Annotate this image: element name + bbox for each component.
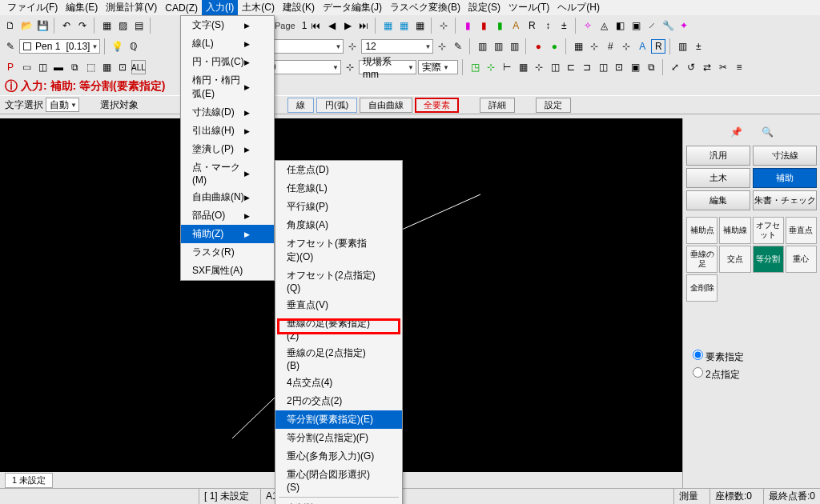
s9-icon[interactable]: ◫ (596, 60, 610, 74)
t2-icon[interactable]: ↺ (684, 60, 698, 74)
filter-all[interactable]: 全要素 (415, 98, 459, 113)
menu-item[interactable]: 自由曲線(N)▶ (181, 188, 274, 206)
gr5-icon[interactable]: ⟋ (645, 18, 659, 33)
redo-icon[interactable]: ↷ (75, 18, 90, 33)
filter-detail[interactable]: 詳細 (480, 98, 515, 113)
submenu-item[interactable]: 垂直点(V) (275, 296, 402, 314)
al2-icon[interactable]: ▥ (491, 39, 505, 54)
s4-icon[interactable]: ▦ (516, 60, 530, 74)
gr7-icon[interactable]: ✦ (677, 18, 691, 33)
side-tool[interactable]: 補助線 (719, 217, 750, 244)
filter-line[interactable]: 線 (287, 98, 314, 113)
r6-icon[interactable]: ▦ (99, 60, 114, 74)
cx-icon[interactable]: ⊹ (343, 60, 357, 74)
save-icon[interactable]: 💾 (35, 18, 50, 33)
tool-a-icon[interactable]: ▦ (99, 18, 114, 33)
t3-icon[interactable]: ⇄ (700, 60, 714, 74)
side-tab[interactable]: 寸法線 (753, 146, 817, 166)
input-dropdown[interactable]: 文字(S)▶線(L)▶円・円弧(C)▶楕円・楕円弧(E)▶寸法線(D)▶引出線(… (180, 15, 275, 281)
menu-item[interactable]: 円・円弧(C)▶ (181, 53, 274, 71)
submenu-item[interactable]: 平行線(P) (275, 198, 402, 216)
submenu-item[interactable]: 垂線の足(要素指定)(Z) (275, 314, 402, 344)
submenu-item[interactable]: 重心(閉合図形選択)(S) (275, 466, 402, 495)
s3-icon[interactable]: ⊢ (500, 60, 514, 74)
menu-item[interactable]: 部品(O)▶ (181, 206, 274, 225)
s5-icon[interactable]: ⊹ (532, 60, 546, 74)
filter-set[interactable]: 設定 (536, 98, 571, 113)
menu-item[interactable]: 寸法線(D)▶ (181, 103, 274, 122)
submenu-item[interactable]: 等分割(2点指定)(F) (275, 429, 402, 447)
layer3-icon[interactable]: ▦ (412, 18, 427, 33)
menu-item[interactable]: 補助(Z)▶ (181, 225, 274, 243)
g3-icon[interactable]: # (603, 39, 617, 54)
menu-rasvec[interactable]: ラスベク変換(B) (386, 0, 464, 16)
magnify-icon[interactable]: 🔍 (762, 126, 774, 138)
menu-input[interactable]: 入力(I) (202, 0, 238, 16)
x1-icon[interactable]: ⊹ (345, 39, 360, 54)
s8-icon[interactable]: ⊐ (580, 60, 594, 74)
menu-tool[interactable]: ツール(T) (504, 0, 553, 16)
m1-icon[interactable]: ▥ (675, 39, 689, 54)
al3-icon[interactable]: ▥ (507, 39, 521, 54)
open-icon[interactable]: 📂 (19, 18, 34, 33)
tool-c-icon[interactable]: ▤ (131, 18, 146, 33)
side-tool[interactable]: 垂線の足 (686, 246, 718, 273)
menu-settings[interactable]: 設定(S) (464, 0, 504, 16)
submenu-item[interactable]: 任意線(L) (275, 179, 402, 198)
side-tab[interactable]: 朱書・チェック (753, 190, 817, 210)
submenu-item[interactable]: 角度線(A) (275, 216, 402, 234)
submenu-item[interactable]: 全削除(R) (275, 499, 402, 504)
side-tool[interactable]: 重心 (786, 246, 817, 273)
radio-element[interactable]: 要素指定 (693, 350, 817, 364)
bulb-icon[interactable]: 💡 (110, 39, 124, 54)
submenu-item[interactable]: オフセット(2点指定)(Q) (275, 266, 402, 296)
menu-item[interactable]: 点・マーク(M)▶ (181, 158, 274, 188)
side-tool[interactable]: 全削除 (686, 274, 718, 302)
radio-2points[interactable]: 2点指定 (693, 367, 817, 382)
fmt1-icon[interactable]: ▮ (460, 18, 475, 33)
menu-item[interactable]: 塗潰し(P)▶ (181, 140, 274, 158)
fmt5-icon[interactable]: R (525, 18, 539, 33)
last-icon[interactable]: ⏭ (356, 18, 371, 33)
gr6-icon[interactable]: 🔧 (661, 18, 675, 33)
gr4-icon[interactable]: ▣ (629, 18, 643, 33)
q-icon[interactable]: ℚ (126, 39, 140, 54)
submenu-item[interactable]: 等分割(要素指定)(E) (275, 410, 402, 429)
all-icon[interactable]: ALL (131, 60, 146, 74)
side-tab[interactable]: 補助 (753, 168, 817, 188)
undo-icon[interactable]: ↶ (59, 18, 74, 33)
coord-combo[interactable]: 現場系mm ▼ (359, 60, 416, 74)
g2-icon[interactable]: ⊹ (587, 39, 601, 54)
menu-file[interactable]: ファイル(F) (3, 0, 62, 16)
new-icon[interactable]: 🗋 (3, 18, 18, 33)
gr1-icon[interactable]: ✧ (581, 18, 595, 33)
menu-cad[interactable]: CAD(Z) (161, 1, 202, 15)
fmt7-icon[interactable]: ± (557, 18, 571, 33)
pin-icon[interactable]: 📌 (730, 126, 742, 138)
g6-icon[interactable]: R (651, 39, 665, 54)
s6-icon[interactable]: ◫ (548, 60, 562, 74)
r4-icon[interactable]: ⧉ (67, 60, 82, 74)
t1-icon[interactable]: ⤢ (668, 60, 682, 74)
auto-combo[interactable]: 自動 ▼ (46, 98, 79, 112)
r7-icon[interactable]: ⊡ (115, 60, 130, 74)
combo-12[interactable]: 12▼ (361, 39, 433, 54)
menu-civil[interactable]: 土木(C) (238, 0, 279, 16)
submenu-item[interactable]: オフセット(要素指定)(O) (275, 234, 402, 266)
s11-icon[interactable]: ▣ (628, 60, 642, 74)
eyedrop-icon[interactable]: ✎ (451, 39, 465, 54)
r5-icon[interactable]: ⬚ (83, 60, 98, 74)
pen-icon[interactable]: ✎ (3, 39, 18, 54)
menu-help[interactable]: ヘルプ(H) (553, 0, 604, 16)
layer2-icon[interactable]: ▦ (396, 18, 411, 33)
t4-icon[interactable]: ✂ (716, 60, 730, 74)
gr2-icon[interactable]: ◬ (597, 18, 611, 33)
submenu-item[interactable]: 任意点(D) (275, 161, 402, 179)
menu-item[interactable]: SXF属性(A) (181, 262, 274, 280)
fmt2-icon[interactable]: ▮ (476, 18, 491, 33)
first-icon[interactable]: ⏮ (308, 18, 323, 33)
menu-build[interactable]: 建設(K) (279, 0, 319, 16)
menu-item[interactable]: 文字(S)▶ (181, 16, 274, 34)
side-tab[interactable]: 土木 (686, 168, 750, 188)
g5-icon[interactable]: A (635, 39, 649, 54)
